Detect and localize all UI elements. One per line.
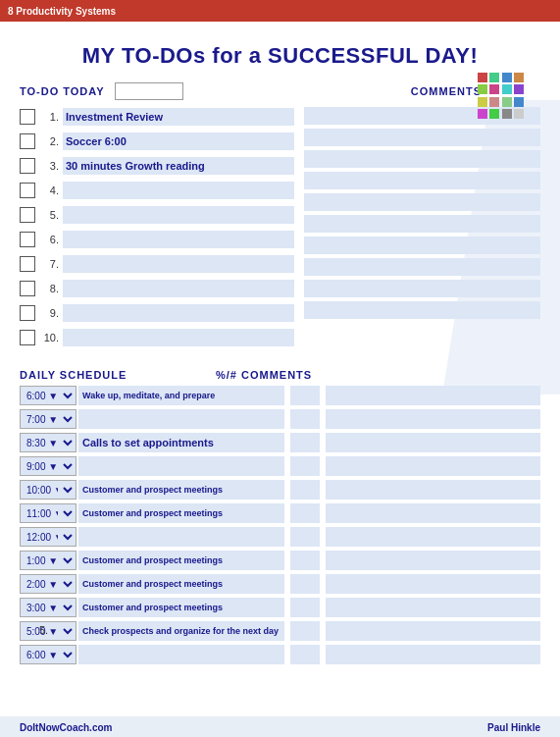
todo-row: 2. [20, 131, 294, 152]
page-title: MY TO-DOs for a SUCCESSFUL DAY! [20, 31, 540, 79]
schedule-row: 7:00 ▼ [20, 408, 540, 430]
todo-checkbox[interactable] [20, 330, 35, 345]
time-select[interactable]: 12:00 ▼ [20, 527, 76, 547]
time-select[interactable]: 6:00 ▼ [20, 386, 76, 405]
todo-section: TO-DO TODAY COMMENTS 1.2.3.4.5.6.7.8.9.1… [20, 82, 540, 351]
schedule-text-input[interactable] [78, 409, 284, 429]
schedule-text-input[interactable] [78, 480, 284, 500]
schedule-pct-input[interactable] [290, 503, 320, 523]
schedule-comment-input[interactable] [326, 386, 540, 405]
todo-item-input[interactable] [63, 280, 294, 297]
todo-comment-input[interactable] [304, 150, 540, 168]
todo-checkbox[interactable] [20, 232, 35, 247]
schedule-row: 8:30 ▼ [20, 432, 540, 453]
schedule-comment-input[interactable] [326, 503, 540, 523]
todo-comment-input[interactable] [304, 258, 540, 276]
todo-checkbox[interactable] [20, 281, 35, 296]
schedule-pct-input[interactable] [290, 409, 320, 429]
time-select[interactable]: 1:00 ▼ [20, 551, 76, 570]
schedule-comment-input[interactable] [326, 527, 540, 547]
todo-item-input[interactable] [63, 304, 294, 322]
schedule-text-input[interactable] [78, 598, 284, 617]
todo-item-input[interactable] [63, 108, 294, 126]
todo-item-input[interactable] [63, 255, 294, 273]
todo-item-num: 6. [39, 234, 59, 245]
todo-comment-input[interactable] [304, 172, 540, 189]
todo-checkbox[interactable] [20, 158, 35, 174]
todo-checkbox[interactable] [20, 109, 35, 125]
schedule-comment-input[interactable] [326, 574, 540, 594]
schedule-text-input[interactable] [78, 574, 284, 594]
todo-item-num: 8. [39, 283, 59, 294]
todo-item-input[interactable] [63, 157, 294, 175]
todo-header: TO-DO TODAY [20, 85, 105, 97]
todo-comment-input[interactable] [304, 129, 540, 146]
schedule-text-input[interactable] [78, 551, 284, 570]
todo-row: 3. [20, 155, 294, 177]
schedule-pct-input[interactable] [290, 574, 320, 594]
todo-item-input[interactable] [63, 206, 294, 224]
schedule-comment-input[interactable] [326, 621, 540, 641]
schedule-pct-input[interactable] [290, 527, 320, 547]
todo-row: 9. [20, 302, 294, 324]
schedule-comment-input[interactable] [326, 645, 540, 664]
schedule-comment-input[interactable] [326, 456, 540, 476]
schedule-text-input[interactable] [78, 433, 284, 452]
todo-item-num: 2. [39, 135, 59, 147]
todo-checkbox[interactable] [20, 133, 35, 149]
schedule-text-input[interactable] [78, 621, 284, 641]
todo-date-input[interactable] [115, 82, 183, 100]
todo-comments [304, 106, 540, 351]
todo-checkbox[interactable] [20, 207, 35, 223]
schedule-row: 12:00 ▼ [20, 526, 540, 548]
todo-item-input[interactable] [63, 231, 294, 248]
todo-comment-input[interactable] [304, 237, 540, 254]
top-bar-label: 8 Productivity Systems [8, 6, 116, 17]
todo-checkbox[interactable] [20, 183, 35, 198]
schedule-text-input[interactable] [78, 386, 284, 405]
todo-checkbox[interactable] [20, 256, 35, 272]
time-select[interactable]: 11:00 ▼ [20, 503, 76, 523]
todo-item-input[interactable] [63, 132, 294, 150]
schedule-row: 11:00 ▼ [20, 502, 540, 524]
time-select[interactable]: 2:00 ▼ [20, 574, 76, 594]
schedule-comment-input[interactable] [326, 598, 540, 617]
todo-comment-input[interactable] [304, 280, 540, 297]
schedule-pct-input[interactable] [290, 551, 320, 570]
time-select[interactable]: 8:30 ▼ [20, 433, 76, 452]
todo-item-num: 5. [39, 209, 59, 221]
todo-comment-input[interactable] [304, 301, 540, 319]
schedule-row: 1:00 ▼ [20, 550, 540, 571]
todo-row: 1. [20, 106, 294, 128]
time-select[interactable]: 6:00 ▼ [20, 645, 76, 664]
time-select[interactable]: 3:00 ▼ [20, 598, 76, 617]
time-select[interactable]: 9:00 ▼ [20, 456, 76, 476]
time-select[interactable]: 10:00 ▼ [20, 480, 76, 500]
todo-list: 1.2.3.4.5.6.7.8.9.10. [20, 106, 294, 351]
schedule-text-input[interactable] [78, 456, 284, 476]
todo-checkbox[interactable] [20, 305, 35, 321]
todo-item-num: 9. [39, 307, 59, 319]
todo-item-num: 7. [39, 258, 59, 270]
todo-comment-input[interactable] [304, 215, 540, 233]
time-select[interactable]: 7:00 ▼ [20, 409, 76, 429]
todo-item-input[interactable] [63, 182, 294, 199]
todo-item-num: 4. [39, 184, 59, 196]
schedule-pct-input[interactable] [290, 645, 320, 664]
schedule-pct-input[interactable] [290, 386, 320, 405]
schedule-comment-input[interactable] [326, 480, 540, 500]
schedule-pct-input[interactable] [290, 621, 320, 641]
schedule-text-input[interactable] [78, 527, 284, 547]
footer-left: DoItNowCoach.com [20, 722, 112, 733]
schedule-text-input[interactable] [78, 503, 284, 523]
schedule-pct-input[interactable] [290, 456, 320, 476]
schedule-pct-input[interactable] [290, 598, 320, 617]
schedule-comment-input[interactable] [326, 551, 540, 570]
schedule-pct-input[interactable] [290, 433, 320, 452]
schedule-pct-input[interactable] [290, 480, 320, 500]
schedule-comment-input[interactable] [326, 433, 540, 452]
schedule-text-input[interactable] [78, 645, 284, 664]
todo-item-input[interactable] [63, 329, 294, 346]
schedule-comment-input[interactable] [326, 409, 540, 429]
todo-comment-input[interactable] [304, 193, 540, 211]
